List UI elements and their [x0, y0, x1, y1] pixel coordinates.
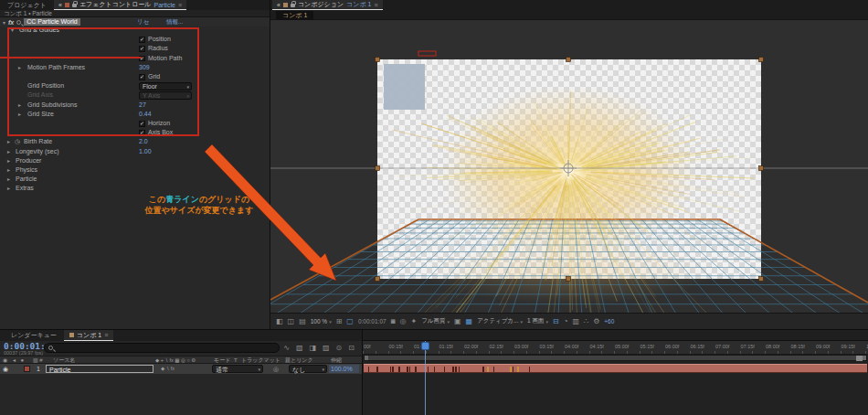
checkbox-grid[interactable]: ✓ [139, 74, 145, 80]
row-motion-path[interactable]: ✓Motion Path [0, 54, 270, 63]
tab-effect-controls[interactable]: « エフェクトコントロール Particle ≡ [54, 0, 186, 10]
exposure-value[interactable]: +60 [604, 318, 614, 325]
magnification-select[interactable]: 100 %▾ [311, 318, 332, 325]
panel-menu-icon[interactable]: ≡ [178, 2, 182, 8]
resolution-select[interactable]: フル画質▾ [421, 317, 450, 325]
keyframe-tick-gold[interactable] [487, 367, 489, 373]
effect-name[interactable]: CC Particle World [24, 18, 80, 26]
value-grid-subdivisions[interactable]: 27 [139, 101, 146, 110]
layer-color-swatch[interactable] [24, 366, 30, 372]
toolbar-timecode[interactable]: 0:00:01:07 [358, 318, 386, 325]
effect-expand-icon[interactable]: ▾ [3, 19, 5, 26]
keyframe-tick-gold[interactable] [517, 367, 519, 373]
time-ruler[interactable]: 00f00:15f01:00f01:15f02:00f02:15f03:00f0… [363, 341, 868, 355]
region-of-interest-icon[interactable]: ▣ [454, 317, 461, 325]
keyframe-tick[interactable] [399, 367, 400, 373]
keyframe-tick[interactable] [392, 367, 393, 373]
motion-blur-icon[interactable]: ⊙ [336, 344, 343, 352]
show-snapshot-icon[interactable]: ◎ [399, 317, 406, 325]
keyframe-tick[interactable] [444, 367, 445, 373]
row-grid[interactable]: ✓Grid [0, 72, 270, 81]
timeline-track-area[interactable]: 00f00:15f01:00f01:15f02:00f02:15f03:00f0… [362, 330, 868, 415]
row-motion-path-frames[interactable]: ▸Motion Path Frames309 [0, 63, 270, 72]
always-preview-icon[interactable]: ◧ [276, 317, 283, 325]
row-grid-size[interactable]: ▸Grid Size0.44 [0, 110, 270, 119]
row-grid-axis[interactable]: Grid AxisY Axis▾ [0, 90, 270, 100]
row-producer[interactable]: ▸Producer [0, 156, 270, 165]
tab-comp1-timeline[interactable]: コンポ 1 ≡ [64, 330, 113, 341]
keyframe-tick[interactable] [459, 367, 460, 373]
twirl-icon[interactable]: ▸ [7, 165, 10, 175]
row-grid-subdivisions[interactable]: ▸Grid Subdivisions27 [0, 101, 270, 110]
timeline-button-icon[interactable]: ▥ [572, 317, 579, 325]
panel-collapse-icon[interactable]: « [277, 2, 281, 8]
dropdown-grid-position[interactable]: Floor▾ [139, 82, 192, 90]
settings-icon[interactable]: ⚙ [593, 317, 599, 325]
snapshot-icon[interactable]: ◙ [391, 317, 396, 325]
parent-link-select[interactable]: なし▾ [289, 365, 327, 373]
lock-icon[interactable] [291, 4, 295, 7]
keyframe-tick[interactable] [368, 367, 369, 373]
transparency-grid-icon[interactable]: ▦ [466, 317, 473, 325]
row-grid-position[interactable]: Grid PositionFloor▾ [0, 81, 270, 90]
ruler-nav-thumb[interactable] [856, 356, 863, 361]
value-birth-rate[interactable]: 2.0 [139, 137, 148, 146]
layer-duration-bar[interactable] [364, 364, 867, 373]
checkbox-motion-path[interactable]: ✓ [139, 56, 145, 62]
row-grid-guides[interactable]: ▾Grid & Guides [0, 26, 270, 35]
row-physics[interactable]: ▸Physics [0, 165, 270, 175]
row-axis-box[interactable]: ✓Axis Box [0, 128, 270, 137]
mask-visibility-icon[interactable]: ▢ [346, 317, 354, 325]
main-viewer-icon[interactable]: ◫ [288, 317, 295, 325]
eye-icon[interactable]: ◉ [3, 364, 8, 374]
value-longevity-sec[interactable]: 1.00 [139, 147, 152, 156]
row-horizon[interactable]: ✓Horizon [0, 119, 270, 128]
twirl-icon[interactable]: ▸ [18, 101, 21, 110]
keyframe-tick[interactable] [409, 367, 410, 373]
tab-project[interactable]: プロジェクト [0, 1, 54, 10]
flowchart-button-icon[interactable]: ∴ [584, 317, 588, 325]
keyframe-tick-gold[interactable] [510, 367, 512, 373]
checkbox-position[interactable]: ✓ [139, 37, 145, 43]
row-birth-rate[interactable]: ▸◷Birth Rate2.0 [0, 137, 270, 146]
row-position[interactable]: ✓Position [0, 35, 270, 44]
panel-menu-icon[interactable]: ≡ [104, 332, 108, 338]
view-layout-select[interactable]: 1 画面▾ [527, 317, 548, 325]
choose-grid-icon[interactable]: ⊞ [336, 317, 343, 325]
checkbox-axis-box[interactable]: ✓ [139, 130, 145, 136]
keyframe-tick[interactable] [482, 367, 483, 373]
layer-switches[interactable]: ◆ ∖ fx [161, 364, 175, 374]
fast-previews-icon[interactable]: ◔ [564, 317, 568, 325]
row-extras[interactable]: ▸Extras [0, 184, 270, 193]
stretch-value[interactable]: 100.0% [329, 365, 359, 373]
graph-editor-icon[interactable]: ⊡ [348, 344, 355, 352]
tab-composition[interactable]: « コンポジション コンポ 1 ≡ [272, 0, 383, 10]
keyframe-tick[interactable] [434, 367, 435, 373]
keyframe-tick[interactable] [398, 367, 399, 373]
twirl-icon[interactable]: ▸ [18, 110, 21, 119]
keyframe-tick[interactable] [452, 367, 453, 373]
timeline-search-input[interactable] [44, 343, 280, 353]
twirl-icon[interactable]: ▸ [18, 63, 21, 72]
viewer-tab-comp1[interactable]: コンポ 1 [276, 11, 313, 20]
keyframe-tick[interactable] [513, 367, 513, 373]
value-motion-path-frames[interactable]: 309 [139, 63, 150, 72]
twirl-icon[interactable]: ▸ [7, 156, 10, 165]
twirl-icon[interactable]: ▾ [11, 26, 14, 35]
dropdown-grid-axis[interactable]: Y Axis▾ [139, 91, 192, 100]
keyframe-tick[interactable] [428, 367, 429, 373]
keyframe-tick[interactable] [493, 367, 494, 373]
twirl-icon[interactable]: ▸ [7, 184, 10, 193]
layer-row-particle[interactable]: ◉ 1 Particle ◆ ∖ fx 通常▾ ◎ なし▾ 100.0% [0, 364, 362, 374]
hide-shy-icon[interactable]: ◨ [309, 344, 316, 352]
twirl-icon[interactable]: ▸ [7, 147, 10, 156]
composition-viewer[interactable] [270, 20, 868, 313]
keyframe-tick[interactable] [415, 367, 416, 373]
blend-mode-select[interactable]: 通常▾ [212, 365, 263, 373]
tab-render-queue[interactable]: レンダーキュー [0, 331, 64, 340]
checkbox-horizon[interactable]: ✓ [139, 121, 145, 127]
twirl-icon[interactable]: ▸ [7, 137, 10, 146]
view-select[interactable]: アクティブカ...▾ [477, 317, 523, 325]
layer-name[interactable]: Particle [46, 365, 153, 373]
pixel-aspect-icon[interactable]: ⊟ [553, 317, 559, 325]
